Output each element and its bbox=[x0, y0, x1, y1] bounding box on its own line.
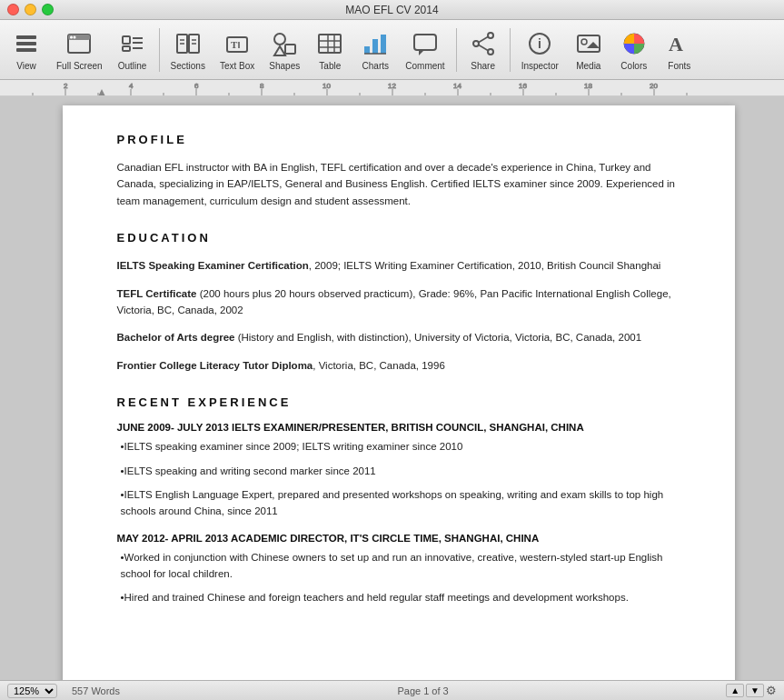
zoom-control[interactable]: 125% 100% 75% 150% bbox=[7, 684, 57, 698]
edu-bold-4: Frontier College Literacy Tutor Diploma bbox=[117, 360, 313, 371]
profile-heading: PROFILE bbox=[117, 133, 680, 146]
toolbar-fullscreen[interactable]: Full Screen bbox=[49, 25, 110, 75]
experience-section: RECENT EXPERIENCE JUNE 2009- JULY 2013 I… bbox=[117, 395, 680, 606]
svg-rect-1 bbox=[16, 42, 36, 45]
svg-line-39 bbox=[479, 45, 488, 50]
toolbar-sections[interactable]: Sections bbox=[164, 25, 213, 75]
document-page: PROFILE Canadian EFL instructor with BA … bbox=[63, 105, 735, 680]
inspector-label: Inspector bbox=[521, 61, 559, 71]
toolbar: View Full Screen Outline bbox=[0, 20, 784, 80]
svg-text:18: 18 bbox=[584, 82, 592, 90]
toolbar-outline[interactable]: Outline bbox=[110, 25, 155, 75]
edu-entry-2: TEFL Certificate (200 hours plus 20 hour… bbox=[117, 285, 680, 319]
job-1-bullet-1: •IELTS speaking examiner since 2009; IEL… bbox=[117, 438, 680, 455]
table-label: Table bbox=[319, 61, 341, 71]
svg-text:A: A bbox=[669, 33, 683, 55]
svg-rect-33 bbox=[414, 35, 436, 50]
job-1-bullet-2: •IELTS speaking and writing second marke… bbox=[117, 463, 680, 479]
close-button[interactable] bbox=[7, 4, 19, 15]
toolbar-table[interactable]: Table bbox=[307, 25, 352, 75]
svg-point-21 bbox=[274, 34, 285, 45]
svg-marker-23 bbox=[274, 46, 285, 55]
svg-text:6: 6 bbox=[194, 82, 199, 90]
svg-text:16: 16 bbox=[519, 82, 527, 90]
edu-entry-1: IELTS Speaking Examiner Certification, 2… bbox=[117, 257, 680, 274]
toolbar-media[interactable]: Media bbox=[566, 25, 611, 75]
edu-bold-3: Bachelor of Arts degree bbox=[117, 332, 235, 343]
job-1-title: JUNE 2009- JULY 2013 IELTS EXAMINER/PRES… bbox=[117, 422, 680, 433]
nav-down-button[interactable]: ▼ bbox=[746, 684, 764, 697]
maximize-button[interactable] bbox=[42, 4, 54, 15]
svg-point-6 bbox=[74, 35, 76, 38]
svg-rect-24 bbox=[319, 35, 341, 53]
svg-point-35 bbox=[488, 33, 493, 38]
svg-rect-29 bbox=[364, 46, 370, 54]
svg-rect-31 bbox=[381, 35, 386, 54]
nav-up-button[interactable]: ▲ bbox=[726, 684, 744, 697]
svg-text:2: 2 bbox=[64, 82, 68, 90]
experience-heading: RECENT EXPERIENCE bbox=[117, 395, 680, 409]
education-section: EDUCATION IELTS Speaking Examiner Certif… bbox=[117, 231, 680, 374]
svg-point-43 bbox=[581, 39, 587, 45]
toolbar-colors[interactable]: Colors bbox=[611, 25, 657, 75]
toolbar-sep-1 bbox=[159, 28, 160, 72]
colors-icon bbox=[620, 29, 649, 58]
comment-label: Comment bbox=[405, 61, 444, 71]
toolbar-textbox[interactable]: T Text Box bbox=[213, 25, 262, 75]
toolbar-sep-2 bbox=[456, 28, 457, 72]
job-2-title: MAY 2012- APRIL 2013 ACADEMIC DIRECTOR, … bbox=[117, 533, 680, 544]
settings-icon[interactable]: ⚙ bbox=[766, 684, 777, 697]
toolbar-fonts[interactable]: A Fonts bbox=[657, 25, 702, 75]
sections-icon bbox=[174, 29, 203, 58]
svg-rect-2 bbox=[16, 48, 36, 52]
edu-bold-2: TEFL Certificate bbox=[117, 288, 197, 299]
edu-rest-2: (200 hours plus 20 hours observed practi… bbox=[117, 288, 671, 315]
toolbar-charts[interactable]: Charts bbox=[352, 25, 398, 75]
svg-text:14: 14 bbox=[453, 82, 461, 90]
title-bar: MAO EFL CV 2014 bbox=[0, 0, 784, 20]
colors-label: Colors bbox=[620, 61, 647, 71]
table-icon bbox=[315, 29, 344, 58]
toolbar-share[interactable]: Share bbox=[461, 25, 506, 75]
svg-rect-22 bbox=[285, 45, 295, 54]
svg-text:20: 20 bbox=[650, 82, 658, 90]
fullscreen-icon bbox=[65, 29, 94, 58]
job-1-bullet-3: •IELTS English Language Expert, prepared… bbox=[117, 486, 680, 520]
minimize-button[interactable] bbox=[25, 4, 36, 15]
comment-icon bbox=[411, 29, 440, 58]
zoom-select[interactable]: 125% 100% 75% 150% bbox=[7, 684, 57, 698]
svg-rect-30 bbox=[372, 39, 378, 54]
charts-label: Charts bbox=[362, 61, 389, 71]
svg-text:12: 12 bbox=[388, 82, 396, 90]
svg-rect-8 bbox=[123, 46, 130, 51]
edu-rest-3: (History and English, with distinction),… bbox=[234, 332, 641, 343]
job-2-bullet-1: •Worked in conjunction with Chinese owne… bbox=[117, 549, 680, 583]
toolbar-shapes[interactable]: Shapes bbox=[262, 25, 307, 75]
shapes-icon bbox=[270, 29, 299, 58]
media-label: Media bbox=[576, 61, 600, 71]
page-nav[interactable]: ▲ ▼ ⚙ bbox=[726, 684, 777, 697]
job-2-bullet-2: •Hired and trained Chinese and foreign t… bbox=[117, 589, 680, 605]
edu-bold-1: IELTS Speaking Examiner Certification bbox=[117, 260, 309, 271]
profile-section: PROFILE Canadian EFL instructor with BA … bbox=[117, 133, 680, 209]
svg-text:8: 8 bbox=[260, 82, 264, 90]
education-heading: EDUCATION bbox=[117, 231, 680, 245]
profile-text: Canadian EFL instructor with BA in Engli… bbox=[117, 159, 680, 209]
toolbar-comment[interactable]: Comment bbox=[398, 25, 452, 75]
svg-line-38 bbox=[479, 36, 488, 42]
svg-rect-7 bbox=[123, 36, 130, 44]
textbox-icon: T bbox=[223, 29, 252, 58]
toolbar-inspector[interactable]: i Inspector bbox=[514, 25, 566, 75]
view-label: View bbox=[16, 61, 36, 71]
inspector-icon: i bbox=[525, 29, 554, 58]
status-bar: 125% 100% 75% 150% 557 Words Page 1 of 3… bbox=[0, 680, 784, 700]
share-label: Share bbox=[471, 61, 495, 71]
svg-text:10: 10 bbox=[323, 82, 331, 90]
svg-marker-44 bbox=[587, 42, 600, 48]
svg-rect-42 bbox=[578, 35, 600, 52]
document-container[interactable]: PROFILE Canadian EFL instructor with BA … bbox=[13, 96, 784, 680]
fonts-label: Fonts bbox=[668, 61, 690, 71]
toolbar-view[interactable]: View bbox=[4, 25, 49, 75]
toolbar-sep-3 bbox=[510, 28, 511, 72]
ruler: 2 4 6 8 10 12 14 16 18 20 bbox=[0, 80, 784, 96]
